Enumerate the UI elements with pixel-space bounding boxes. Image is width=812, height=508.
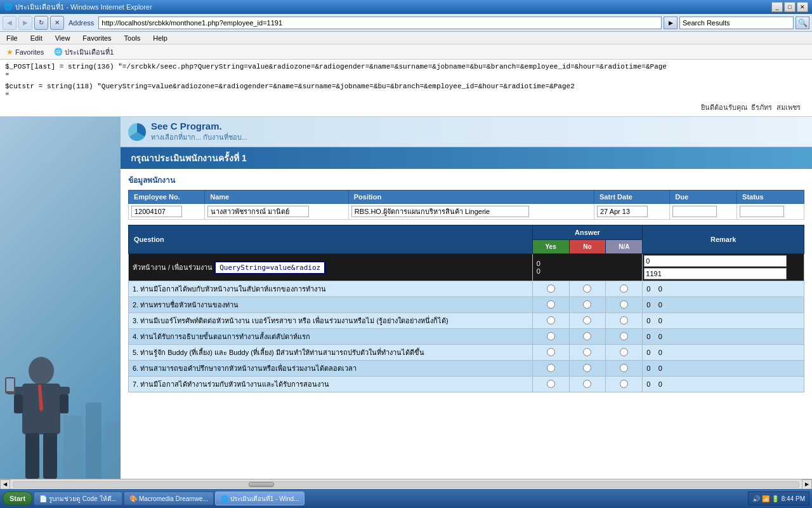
- menu-bar: File Edit View Favorites Tools Help: [0, 32, 812, 44]
- svg-rect-1: [86, 403, 102, 479]
- refresh-button[interactable]: ↻: [34, 16, 48, 30]
- q5-na-radio[interactable]: [620, 348, 628, 356]
- scroll-left-button[interactable]: ◀: [0, 479, 10, 490]
- svg-rect-6: [14, 394, 23, 413]
- task-label-2: ประเมินเดือนที่1 - Wind...: [230, 494, 299, 504]
- emp-status-input[interactable]: [740, 206, 784, 217]
- svg-rect-7: [52, 387, 70, 394]
- emp-startdate-input[interactable]: [597, 206, 648, 217]
- q4-na-radio[interactable]: [620, 332, 628, 340]
- q2-na-radio[interactable]: [620, 300, 628, 309]
- horizontal-scrollbar[interactable]: [13, 481, 799, 488]
- q4-remark-cell: 0 0: [643, 329, 804, 345]
- back-button[interactable]: ◀: [3, 16, 16, 30]
- q4-yes-radio[interactable]: [547, 332, 555, 340]
- q4-remark: 0: [658, 333, 662, 340]
- q3-yes-radio[interactable]: [547, 316, 555, 324]
- employee-row: [129, 204, 804, 220]
- q7-no-radio[interactable]: [583, 380, 591, 388]
- q7-text: 7. ท่านมีโอกาสได้ทำงานร่วมกับหัวหน้างานแ…: [129, 377, 533, 392]
- q5-yes-radio[interactable]: [547, 348, 555, 356]
- special-remark-input-1[interactable]: [644, 255, 787, 267]
- search-input[interactable]: [679, 17, 794, 29]
- debug-line-4: ": [5, 91, 807, 101]
- q7-na-radio[interactable]: [620, 380, 628, 388]
- q6-na-radio[interactable]: [620, 364, 628, 372]
- th-question: Question: [129, 225, 533, 254]
- q5-no-cell: [569, 345, 606, 361]
- th-yes: Yes: [532, 240, 569, 254]
- minimize-button[interactable]: _: [771, 2, 783, 12]
- person-silhouette: [0, 352, 121, 479]
- left-banner: [0, 117, 121, 479]
- q1-yes-radio[interactable]: [547, 284, 555, 293]
- go-button[interactable]: ▶: [664, 17, 678, 29]
- svg-rect-8: [60, 394, 69, 413]
- q1-na-radio[interactable]: [620, 284, 628, 293]
- col-start-date: Satrt Date: [594, 190, 669, 204]
- special-label-1: หัวหน้างาน / เพื่อนร่วมงาน QueryString=v…: [129, 254, 533, 281]
- favorites-button[interactable]: ★ Favorites: [4, 46, 46, 58]
- taskbar-task-1[interactable]: 🎨 Macromedia Dreamwe...: [124, 491, 214, 503]
- special-remark-input-2[interactable]: [644, 268, 787, 279]
- q2-no-radio[interactable]: [583, 300, 591, 309]
- th-na: N/A: [606, 240, 643, 254]
- q3-na-radio[interactable]: [620, 316, 628, 324]
- tab-label: ประเมินเดือนที่1: [65, 46, 114, 58]
- task-label-0: รูบกมช่วยดู Code ให้ดี...: [49, 494, 117, 504]
- taskbar-task-0[interactable]: 📄 รูบกมช่วยดู Code ให้ดี...: [34, 491, 122, 503]
- close-button[interactable]: ✕: [797, 2, 808, 12]
- q2-yes-radio[interactable]: [547, 300, 555, 309]
- col-due: Due: [670, 190, 737, 204]
- q2-na-cell: [606, 297, 643, 313]
- menu-favorites[interactable]: Favorites: [80, 33, 114, 43]
- q6-no-radio[interactable]: [583, 364, 591, 372]
- q6-yes-radio[interactable]: [547, 364, 555, 372]
- q4-no-radio[interactable]: [583, 332, 591, 340]
- special-val1: 0: [537, 260, 639, 267]
- menu-file[interactable]: File: [4, 33, 20, 43]
- tab-item[interactable]: 🌐 ประเมินเดือนที่1: [51, 45, 116, 59]
- emp-due-input[interactable]: [672, 206, 717, 217]
- menu-tools[interactable]: Tools: [122, 33, 143, 43]
- emp-position-input[interactable]: [351, 206, 529, 217]
- q6-yes-cell: [532, 361, 569, 377]
- stop-button[interactable]: ✕: [50, 16, 64, 30]
- q6-text: 6. ท่านสามารถขอคำปรึกษาจากหัวหน้างานหรือ…: [129, 361, 533, 377]
- menu-view[interactable]: View: [53, 33, 73, 43]
- q6-remark-cell: 0 0: [643, 361, 804, 377]
- q1-no-radio[interactable]: [583, 284, 591, 293]
- section-title: ข้อมูลพนักงาน: [128, 174, 804, 186]
- scroll-right-button[interactable]: ▶: [802, 479, 812, 490]
- q5-no-radio[interactable]: [583, 348, 591, 356]
- col-name: Name: [205, 190, 348, 204]
- menu-help[interactable]: Help: [150, 33, 170, 43]
- q5-remark: 0: [658, 349, 662, 356]
- start-button[interactable]: Start: [3, 491, 32, 503]
- svg-rect-13: [6, 378, 14, 391]
- q1-remark: 0: [658, 285, 662, 293]
- search-button[interactable]: 🔍: [796, 17, 809, 29]
- brand-name: See C Program.: [151, 121, 247, 131]
- q7-no-cell: [569, 377, 606, 392]
- maximize-button[interactable]: □: [784, 2, 796, 12]
- title-bar: 🌐 ประเมินเดือนที่1 - Windows Internet Ex…: [0, 0, 812, 14]
- address-input[interactable]: [98, 17, 662, 29]
- page-title: กรุณาประเมินพนักงานครั้งที่ 1: [131, 153, 247, 163]
- emp-name-input[interactable]: [207, 206, 309, 217]
- col-status: Status: [737, 190, 804, 204]
- window-controls[interactable]: _ □ ✕: [771, 2, 808, 12]
- th-answer: Answer: [532, 225, 643, 240]
- system-tray: 🔊 📶 🔋 8:44 PM: [748, 491, 809, 503]
- question-row-6: 6. ท่านสามารถขอคำปรึกษาจากหัวหน้างานหรือ…: [129, 361, 804, 377]
- q1-text: 1. ท่านมีโอกาสได้พบกับหัวหน้างานในสัปดาห…: [129, 281, 533, 297]
- taskbar-task-2[interactable]: 🌐 ประเมินเดือนที่1 - Wind...: [215, 491, 305, 503]
- emp-no-input[interactable]: [131, 206, 182, 217]
- col-position: Position: [348, 190, 594, 204]
- q7-yes-radio[interactable]: [547, 380, 555, 388]
- q3-no-radio[interactable]: [583, 316, 591, 324]
- menu-edit[interactable]: Edit: [28, 33, 45, 43]
- scroll-thumb[interactable]: [249, 482, 274, 487]
- forward-button[interactable]: ▶: [18, 16, 32, 30]
- q4-na-cell: [606, 329, 643, 345]
